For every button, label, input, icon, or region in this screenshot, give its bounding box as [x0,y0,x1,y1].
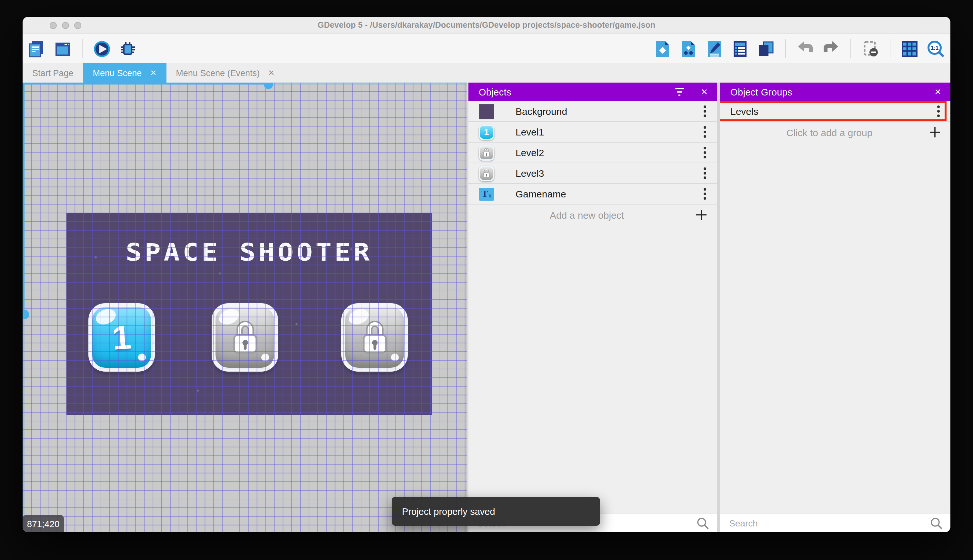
object-menu-icon[interactable] [702,125,708,139]
objects-panel-header: Objects ✕ [468,83,717,101]
object-groups-panel: Object Groups ✕ Levels Click to add a gr… [720,83,950,532]
toggle-grid-button[interactable] [900,39,920,58]
groups-search-input[interactable] [728,517,930,529]
tab-start-page[interactable]: Start Page [23,63,83,83]
close-panel-icon[interactable]: ✕ [700,86,709,98]
scene-object-level2[interactable] [212,303,278,372]
scene-object-gamename[interactable]: SPACE SHOOTER [45,239,453,267]
group-menu-icon[interactable] [936,104,941,119]
tab-menu-scene[interactable]: Menu Scene ✕ [83,63,167,83]
scene-editor-canvas[interactable]: SPACE SHOOTER 1 [23,83,467,532]
objects-panel-icon [653,39,672,58]
object-menu-icon[interactable] [702,104,708,119]
scene-window-icon [53,39,72,58]
window-controls [50,17,81,33]
toast-notification: Project properly saved [392,497,600,526]
object-row-level3[interactable]: Level3 [468,163,717,184]
toolbar-right-group: 1:1 [653,39,945,58]
window-title: GDevelop 5 - /Users/dkarakay/Documents/G… [23,17,950,33]
toggle-objects-panel-button[interactable] [653,39,672,58]
tab-label: Menu Scene [93,68,142,78]
toolbar-separator [890,39,890,58]
redo-button[interactable] [821,39,841,58]
vertical-scroll-handle[interactable] [23,310,29,319]
scene-object-background[interactable]: SPACE SHOOTER 1 [67,213,432,415]
object-label: Level1 [515,127,544,137]
close-panel-icon[interactable]: ✕ [933,86,943,98]
scene-object-level3[interactable] [342,303,408,372]
toolbar-separator [850,39,851,58]
mask-remove-icon [861,39,880,58]
tab-menu-scene-events[interactable]: Menu Scene (Events) ✕ [166,63,284,83]
object-row-gamename[interactable]: Tx Gamename [468,184,717,205]
plus-icon[interactable] [928,126,941,139]
play-preview-button[interactable] [92,39,112,58]
svg-text:1:1: 1:1 [931,45,939,51]
window-titlebar: GDevelop 5 - /Users/dkarakay/Documents/G… [23,17,950,34]
undo-icon [796,39,815,58]
level1-digit: 1 [111,317,132,357]
redo-icon [821,39,841,58]
object-label: Background [515,106,567,117]
object-label: Gamename [515,188,566,199]
search-icon [696,517,709,529]
panel-title: Objects [479,87,511,97]
add-object-row[interactable]: Add a new object [468,205,717,225]
object-menu-icon[interactable] [702,166,708,181]
play-icon [92,39,112,58]
object-menu-icon[interactable] [702,187,708,201]
group-row-levels[interactable]: Levels [720,101,950,122]
objects-panel: Objects ✕ Background [468,83,717,532]
locked-thumbnail-icon [479,145,494,160]
objects-list: Background 1 Level1 Level [468,101,717,513]
horizontal-scrollbar[interactable] [23,83,467,85]
properties-pencil-icon [705,39,724,58]
toggle-mask-button[interactable] [861,39,880,58]
toggle-object-groups-button[interactable] [679,39,698,58]
object-row-level1[interactable]: 1 Level1 [468,122,717,143]
toolbar-separator [82,39,83,58]
project-manager-button[interactable] [27,39,47,58]
toggle-properties-button[interactable] [705,39,724,58]
horizontal-scroll-handle[interactable] [264,83,273,89]
panel-title: Object Groups [730,87,792,97]
panels-divider[interactable] [717,83,720,532]
close-tab-icon[interactable]: ✕ [150,69,157,77]
level1-thumbnail-icon: 1 [479,124,494,140]
filter-icon[interactable] [674,87,685,97]
object-groups-panel-header: Object Groups ✕ [720,83,950,101]
add-group-row[interactable]: Click to add a group [720,122,950,143]
toggle-layers-button[interactable] [756,39,776,58]
object-groups-list: Levels Click to add a group [720,101,950,513]
close-tab-icon[interactable]: ✕ [268,69,275,77]
object-menu-icon[interactable] [702,145,708,160]
plus-icon[interactable] [695,208,708,221]
close-window-button[interactable] [50,22,57,29]
add-object-label: Add a new object [479,209,695,220]
object-groups-icon [679,39,698,58]
debug-button[interactable] [118,39,137,58]
gdevelop-window: GDevelop 5 - /Users/dkarakay/Documents/G… [23,17,950,532]
groups-search-bar [720,513,950,532]
main-content: SPACE SHOOTER 1 [23,83,950,532]
toggle-instances-list-button[interactable] [730,39,750,58]
object-row-level2[interactable]: Level2 [468,143,717,163]
vertical-scrollbar[interactable] [23,83,25,532]
screenshot-stage: GDevelop 5 - /Users/dkarakay/Documents/G… [0,0,973,560]
minimize-window-button[interactable] [62,22,69,29]
search-icon [930,517,943,529]
instances-list-icon [730,39,750,58]
scene-object-level1[interactable]: 1 [88,303,155,372]
zoom-original-button[interactable]: 1:1 [926,39,945,58]
main-toolbar: 1:1 [23,34,950,63]
object-row-background[interactable]: Background [468,101,717,122]
tab-bar: Start Page Menu Scene ✕ Menu Scene (Even… [23,63,950,83]
zoom-window-button[interactable] [74,22,81,29]
cursor-coordinates-badge: 871;420 [23,515,64,532]
grid-icon [900,39,920,58]
undo-button[interactable] [796,39,815,58]
scene-properties-button[interactable] [53,39,72,58]
project-manager-icon [27,39,47,58]
tab-label: Menu Scene (Events) [176,68,260,78]
object-label: Level2 [515,147,544,158]
